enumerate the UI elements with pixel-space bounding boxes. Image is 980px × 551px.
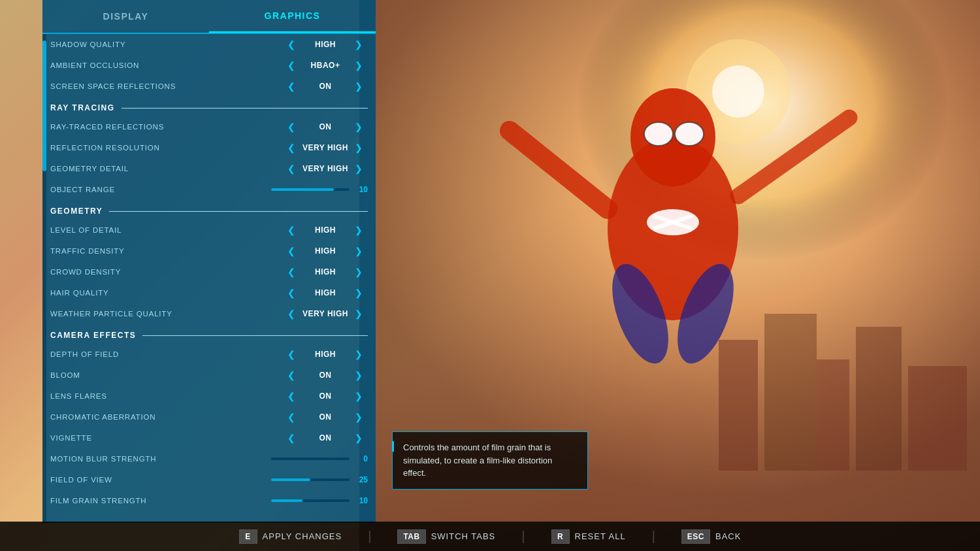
tooltip: Controls the amount of film grain that i… (392, 431, 588, 490)
section-divider-2 (109, 211, 368, 212)
switch-tabs-key: TAB (397, 529, 425, 544)
tab-display[interactable]: DISPLAY (42, 0, 209, 33)
setting-object-range: OBJECT RANGE 10 (42, 179, 376, 200)
lod-next[interactable]: ❯ (352, 225, 366, 235)
wpq-prev[interactable]: ❮ (285, 309, 299, 319)
switch-tabs-label[interactable]: SWITCH TABS (431, 531, 496, 541)
rtr-next[interactable]: ❯ (352, 122, 366, 132)
cd-next[interactable]: ❯ (352, 267, 366, 277)
setting-depth-of-field: DEPTH OF FIELD ❮ HIGH ❯ (42, 344, 376, 365)
svg-point-3 (712, 65, 764, 118)
bloom-next[interactable]: ❯ (352, 370, 366, 380)
td-next[interactable]: ❯ (352, 246, 366, 256)
svg-rect-6 (817, 359, 849, 471)
separator-3: | (652, 529, 655, 544)
apply-changes-label[interactable]: APPLY CHANGES (263, 531, 342, 541)
setting-level-of-detail: LEVEL OF DETAIL ❮ HIGH ❯ (42, 220, 376, 241)
tab-graphics[interactable]: GRAPHICS (209, 0, 376, 33)
setting-ray-traced-reflections: RAY-TRACED REFLECTIONS ❮ ON ❯ (42, 116, 376, 137)
setting-geometry-detail: GEOMETRY DETAIL ❮ VERY HIGH ❯ (42, 158, 376, 179)
ambient-occlusion-next[interactable]: ❯ (352, 60, 366, 71)
section-divider-3 (142, 335, 368, 336)
bloom-prev[interactable]: ❮ (285, 370, 299, 380)
ca-next[interactable]: ❯ (352, 412, 366, 422)
section-camera-effects: CAMERA EFFECTS (42, 324, 376, 344)
shadow-quality-next[interactable]: ❯ (352, 39, 366, 50)
dof-prev[interactable]: ❮ (285, 349, 299, 359)
settings-list: SHADOW QUALITY ❮ HIGH ❯ AMBIENT OCCLUSIO… (42, 34, 376, 523)
back-action: ESC BACK (681, 529, 742, 544)
dof-next[interactable]: ❯ (352, 349, 366, 359)
apply-changes-action: E APPLY CHANGES (239, 529, 342, 544)
ssr-prev[interactable]: ❮ (285, 81, 299, 92)
setting-vignette: VIGNETTE ❮ ON ❯ (42, 427, 376, 448)
apply-changes-key: E (239, 529, 257, 544)
separator-2: | (521, 529, 525, 544)
gd-next[interactable]: ❯ (352, 163, 366, 174)
hq-prev[interactable]: ❮ (285, 288, 299, 298)
setting-shadow-quality: SHADOW QUALITY ❮ HIGH ❯ (42, 34, 376, 55)
back-key: ESC (681, 529, 710, 544)
vignette-prev[interactable]: ❮ (285, 433, 299, 443)
setting-lens-flares: LENS FLARES ❮ ON ❯ (42, 386, 376, 407)
td-prev[interactable]: ❮ (285, 246, 299, 256)
svg-rect-5 (764, 314, 817, 471)
reset-all-action: R RESET ALL (551, 529, 626, 544)
setting-screen-space-reflections: SCREEN SPACE REFLECTIONS ❮ ON ❯ (42, 76, 376, 97)
svg-rect-7 (856, 327, 902, 471)
setting-motion-blur-strength: MOTION BLUR STRENGTH 0 (42, 448, 376, 469)
wpq-next[interactable]: ❯ (352, 309, 366, 319)
section-ray-tracing: RAY TRACING (42, 97, 376, 116)
svg-rect-4 (719, 340, 758, 471)
setting-field-of-view: FIELD OF VIEW 25 (42, 469, 376, 490)
vignette-next[interactable]: ❯ (352, 433, 366, 443)
bottom-bar: E APPLY CHANGES | TAB SWITCH TABS | R RE… (0, 522, 980, 551)
scroll-thumb[interactable] (42, 41, 46, 171)
switch-tabs-action: TAB SWITCH TABS (397, 529, 495, 544)
ssr-next[interactable]: ❯ (352, 81, 366, 92)
hq-next[interactable]: ❯ (352, 288, 366, 298)
setting-bloom: BLOOM ❮ ON ❯ (42, 365, 376, 386)
gd-prev[interactable]: ❮ (285, 163, 299, 174)
setting-hair-quality: HAIR QUALITY ❮ HIGH ❯ (42, 282, 376, 303)
setting-film-grain-strength: FILM GRAIN STRENGTH 10 (42, 490, 376, 511)
svg-rect-8 (908, 366, 967, 471)
motion-blur-slider[interactable] (271, 458, 350, 460)
film-grain-slider[interactable] (271, 499, 350, 502)
back-label[interactable]: BACK (715, 531, 741, 541)
setting-reflection-resolution: REFLECTION RESOLUTION ❮ VERY HIGH ❯ (42, 137, 376, 158)
scrollbar[interactable] (42, 34, 46, 523)
reset-all-key: R (551, 529, 570, 544)
reset-all-label[interactable]: RESET ALL (575, 531, 626, 541)
section-geometry: GEOMETRY (42, 200, 376, 220)
rr-next[interactable]: ❯ (352, 142, 366, 153)
settings-panel: DISPLAY GRAPHICS SHADOW QUALITY ❮ HIGH ❯… (42, 0, 376, 523)
separator-1: | (368, 529, 371, 544)
cd-prev[interactable]: ❮ (285, 267, 299, 277)
setting-weather-particle-quality: WEATHER PARTICLE QUALITY ❮ VERY HIGH ❯ (42, 303, 376, 324)
section-divider (122, 108, 368, 109)
lf-next[interactable]: ❯ (352, 391, 366, 401)
fov-slider[interactable] (271, 478, 350, 481)
rtr-prev[interactable]: ❮ (285, 122, 299, 132)
object-range-slider[interactable] (271, 188, 350, 191)
lf-prev[interactable]: ❮ (285, 391, 299, 401)
tab-bar: DISPLAY GRAPHICS (42, 0, 376, 34)
rr-prev[interactable]: ❮ (285, 142, 299, 153)
setting-ambient-occlusion: AMBIENT OCCLUSION ❮ HBAO+ ❯ (42, 55, 376, 76)
shadow-quality-prev[interactable]: ❮ (285, 39, 299, 50)
setting-traffic-density: TRAFFIC DENSITY ❮ HIGH ❯ (42, 241, 376, 261)
lod-prev[interactable]: ❮ (285, 225, 299, 235)
setting-chromatic-aberration: CHROMATIC ABERRATION ❮ ON ❯ (42, 407, 376, 427)
ca-prev[interactable]: ❮ (285, 412, 299, 422)
setting-crowd-density: CROWD DENSITY ❮ HIGH ❯ (42, 261, 376, 282)
ambient-occlusion-prev[interactable]: ❮ (285, 60, 299, 71)
